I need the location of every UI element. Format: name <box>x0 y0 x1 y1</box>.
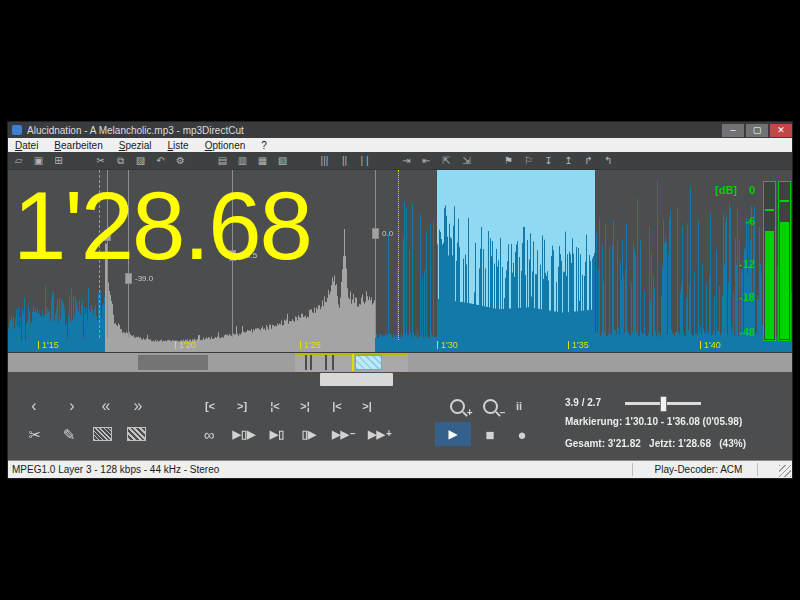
scrollbar[interactable] <box>8 372 792 390</box>
gain-marker-handle[interactable] <box>372 228 379 239</box>
overview-loud-region <box>138 355 208 370</box>
current-time-display: 1'28.68 <box>13 178 311 274</box>
magnifier-icon: + <box>450 399 465 414</box>
step-forward-button[interactable]: › <box>60 394 84 418</box>
scrollbar-thumb[interactable] <box>320 373 393 386</box>
cue-sheet-icon[interactable]: ▦ <box>256 156 269 166</box>
magnifier-icon: − <box>483 399 498 414</box>
fast-forward-button[interactable]: » <box>124 394 152 418</box>
toolbar-group: ⇥⇤⇱⇲ <box>400 156 480 166</box>
id3-tag-icon[interactable]: ▥ <box>236 156 249 166</box>
speed-up-button[interactable]: ▶▶+ <box>364 422 396 446</box>
menu-item-?[interactable]: ? <box>261 140 267 151</box>
menu-item-spezial[interactable]: Spezial <box>119 140 152 151</box>
loop-button[interactable]: ∞ <box>196 422 222 446</box>
selection-end-button[interactable]: >] <box>228 394 256 418</box>
total-time-label: Gesamt: 3'21.82 Jetzt: 1'28.68 (43%) <box>565 438 746 449</box>
resize-grip[interactable] <box>779 465 791 477</box>
fast-back-button[interactable]: « <box>92 394 120 418</box>
db-tick-label: -18 <box>727 291 755 303</box>
position-slider-thumb[interactable] <box>660 396 667 412</box>
next-cut-button[interactable]: >¦ <box>292 394 318 418</box>
select-right-button[interactable] <box>124 422 148 446</box>
save-split-icon[interactable]: ⊞ <box>52 156 65 166</box>
settings-icon[interactable]: ⚙ <box>174 156 187 166</box>
format-status-label: MPEG1.0 Layer 3 - 128 kbps - 44 kHz - St… <box>8 464 219 475</box>
menu-item-optionen[interactable]: Optionen <box>205 140 246 151</box>
stop-button[interactable]: ■ <box>476 422 504 446</box>
meter-bar-right <box>778 181 791 341</box>
close-button[interactable]: ✕ <box>770 124 792 137</box>
overview-cut-mark <box>310 355 312 370</box>
goto-start-icon[interactable]: ⇱ <box>440 156 453 166</box>
overview-selection <box>355 355 382 370</box>
zoom-out-button[interactable]: − <box>475 394 505 418</box>
toolbar-group: ✂⧉▨↶⚙ <box>94 156 194 166</box>
fade-in-icon[interactable]: ↱ <box>582 156 595 166</box>
goto-end-icon[interactable]: ⇲ <box>460 156 473 166</box>
meter-peak-hold <box>765 209 774 211</box>
record-button[interactable]: ● <box>508 422 536 446</box>
copy-icon[interactable]: ⧉ <box>114 156 127 166</box>
gain-up-icon[interactable]: ↥ <box>562 156 575 166</box>
set-marker-icon[interactable]: ⚑ <box>502 156 515 166</box>
gain-marker-value: 0.0 <box>382 230 393 238</box>
zoom-ratio-label: 3.9 / 2.7 <box>565 397 601 408</box>
overview-cut-mark <box>325 355 327 370</box>
meter-bar-left <box>763 181 776 341</box>
cue-out-icon[interactable]: ⇤ <box>420 156 433 166</box>
maximize-button[interactable]: ▢ <box>746 124 768 137</box>
frame-view-icon[interactable]: || <box>338 156 351 166</box>
open-file-icon[interactable]: ▱ <box>12 156 25 166</box>
menu-item-datei[interactable]: Datei <box>15 140 38 151</box>
menu-item-liste[interactable]: Liste <box>168 140 189 151</box>
minimize-button[interactable]: – <box>722 124 744 137</box>
fade-out-icon[interactable]: ↰ <box>602 156 615 166</box>
gain-marker-line <box>375 170 376 338</box>
transport-panel: 3.9 / 2.7 Markierung: 1'30.10 - 1'36.08 … <box>8 390 792 460</box>
toolbar-group: ▱▣⊞ <box>12 156 72 166</box>
zoom-in-button[interactable]: + <box>442 394 472 418</box>
toolbar-group: ⚑⚐↧↥↱↰ <box>502 156 622 166</box>
track-list-icon[interactable]: ▧ <box>276 156 289 166</box>
speed-down-button[interactable]: ▶▶− <box>328 422 360 446</box>
undo-icon[interactable]: ↶ <box>154 156 167 166</box>
edit-button[interactable]: ✎ <box>56 422 82 446</box>
prev-cut-button[interactable]: ¦< <box>262 394 288 418</box>
cut-button[interactable]: ✂ <box>20 422 50 446</box>
toolbar-group: |||||| | <box>318 156 378 166</box>
auto-marker-icon[interactable]: ⚐ <box>522 156 535 166</box>
cut-icon[interactable]: ✂ <box>94 156 107 166</box>
step-back-button[interactable]: ‹ <box>22 394 46 418</box>
toolbar: ▱▣⊞✂⧉▨↶⚙▤▥▦▧|||||| |⇥⇤⇱⇲⚑⚐↧↥↱↰ <box>8 152 792 170</box>
save-icon[interactable]: ▣ <box>32 156 45 166</box>
meter-toggle-button[interactable]: ii <box>507 394 531 418</box>
cue-in-icon[interactable]: ⇥ <box>400 156 413 166</box>
selection-hatch-icon <box>127 427 146 441</box>
selection-start-button[interactable]: [< <box>196 394 224 418</box>
mp3directcut-window: Alucidnation - A Melancholic.mp3 - mp3Di… <box>8 122 792 478</box>
timeline-label: 1'35 <box>568 341 589 350</box>
status-separator <box>632 463 633 476</box>
select-left-button[interactable] <box>90 422 114 446</box>
overview-bar[interactable] <box>8 352 792 372</box>
db-tick-label: -48 <box>727 326 755 338</box>
overview-cut-mark <box>305 355 307 370</box>
title-bar[interactable]: Alucidnation - A Melancholic.mp3 - mp3Di… <box>8 122 792 138</box>
next-marker-button[interactable]: >| <box>354 394 380 418</box>
play-selection-button[interactable]: ▶▯▶ <box>228 422 260 446</box>
split-view-icon[interactable]: ||| <box>318 156 331 166</box>
file-info-icon[interactable]: ▤ <box>216 156 229 166</box>
db-tick-label: -6 <box>727 215 755 227</box>
play-button[interactable]: ▶ <box>435 422 471 446</box>
prev-marker-button[interactable]: |< <box>324 394 350 418</box>
paste-icon[interactable]: ▨ <box>134 156 147 166</box>
pause-detect-icon[interactable]: | | <box>358 156 371 166</box>
meter-level-fill <box>780 222 789 339</box>
gain-down-icon[interactable]: ↧ <box>542 156 555 166</box>
menu-bar: DateiBearbeitenSpezialListeOptionen? <box>8 138 792 152</box>
play-before-cut-button[interactable]: ▶▯ <box>264 422 290 446</box>
timeline-label: 1'20 <box>175 341 196 350</box>
play-after-cut-button[interactable]: ▯▶ <box>296 422 322 446</box>
menu-item-bearbeiten[interactable]: Bearbeiten <box>54 140 102 151</box>
